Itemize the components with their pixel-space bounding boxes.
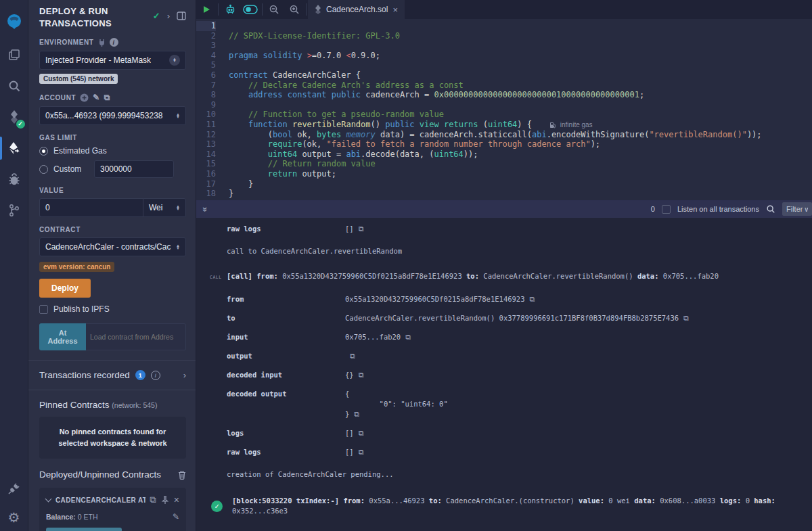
zoom-out-icon[interactable] [264, 0, 284, 19]
copy-icon[interactable]: ⧉ [530, 295, 535, 304]
terminal-rows[interactable]: raw logs[]⧉call to CadenceArchCaler.reve… [196, 218, 812, 531]
line-number: 14 [196, 149, 216, 160]
account-select[interactable]: 0x55a...46923 (999.9999453238 ▲▼ [39, 106, 186, 125]
sign-message-icon[interactable]: ✎ [93, 93, 100, 102]
checkbox-icon [39, 305, 48, 314]
ai-assistant-icon[interactable] [220, 0, 240, 19]
pinned-empty-message: No pinned contracts found for selected w… [39, 417, 186, 459]
pin-panel-icon[interactable] [177, 11, 186, 20]
line-number: 2 [196, 31, 216, 41]
edit-balance-icon[interactable]: ✎ [173, 512, 179, 522]
settings-icon[interactable]: ⚙ [0, 504, 28, 531]
toolbar-separator [262, 3, 263, 16]
deployed-contracts-title: Deployed/Unpinned Contracts [39, 469, 161, 480]
tab-cadencearch-sol[interactable]: CadenceArch.sol × [308, 0, 405, 19]
icon-rail: ✓ ⚙ [0, 0, 28, 531]
divider [28, 390, 196, 390]
line-number: 13 [196, 139, 216, 149]
contract-label: CONTRACT [39, 226, 186, 233]
value-unit-select[interactable]: Wei ▲▼ [143, 198, 186, 217]
copy-icon[interactable]: ⧉ [359, 448, 364, 457]
terminal-kv-row: input0x705...fab20⧉ [227, 332, 812, 342]
line-number: 1 [196, 21, 216, 31]
contract-select[interactable]: CadenceArchCaler - contracts/Cac ▲▼ [39, 237, 186, 256]
value-input[interactable]: 0 [39, 198, 143, 217]
plugin-manager-icon[interactable] [0, 473, 28, 504]
panel-title: DEPLOY & RUN TRANSACTIONS [39, 5, 141, 29]
fn-cadencearch-button[interactable]: cadenceArch [46, 528, 122, 531]
remix-app: ✓ ⚙ DEPLOY & RUN TRANSACTIONS ✓ › [0, 0, 812, 531]
deployed-contract-card: CADENCEARCHCALER AT 0) ⧉ × Balance: 0 ET… [39, 488, 186, 531]
custom-gas-input[interactable] [94, 160, 174, 178]
code-line: // Function to get a pseudo-random value [229, 110, 812, 120]
tx-expand-icon[interactable]: › [183, 370, 186, 380]
tx-success-icon: ✓ [211, 501, 223, 512]
line-number: 16 [196, 169, 216, 179]
code-line: return output; [229, 169, 812, 179]
infinite-gas-annotation: infinite gas [549, 121, 593, 129]
pin-contract-icon[interactable] [161, 496, 169, 505]
terminal-tx-log[interactable]: ✓[block:5033220 txIndex:-] from: 0x55a..… [211, 496, 812, 516]
tx-info-icon[interactable]: i [151, 371, 160, 380]
run-script-button[interactable] [196, 0, 217, 19]
copy-icon[interactable]: ⧉ [354, 410, 359, 419]
add-account-icon[interactable] [80, 93, 89, 102]
environment-select[interactable]: Injected Provider - MetaMask ▲▼ [39, 51, 186, 70]
copy-icon[interactable]: ⧉ [359, 371, 364, 379]
at-address-input[interactable] [86, 323, 186, 350]
solidity-file-icon [315, 5, 321, 14]
network-badge: Custom (545) network [39, 74, 118, 84]
copy-account-icon[interactable]: ⧉ [104, 93, 110, 102]
environment-info-icon[interactable]: i [110, 38, 118, 47]
code-line: pragma solidity >=0.7.0 <0.9.0; [229, 51, 812, 61]
line-number: 17 [196, 179, 216, 189]
deploy-button[interactable]: Deploy [39, 279, 91, 298]
pending-tx-count: 0 [651, 205, 655, 213]
radio-icon [39, 165, 48, 174]
line-number: 18 [196, 189, 216, 199]
terminal-call-log[interactable]: call[call] from: 0x55a1320D432759960C5Df… [210, 271, 812, 283]
solidity-compiler-icon[interactable]: ✓ [0, 101, 28, 133]
listen-label: Listen on all transactions [677, 205, 759, 213]
copy-icon[interactable]: ⧉ [683, 314, 689, 323]
transactions-recorded-row[interactable]: Transactions recorded 1 i › [39, 361, 186, 390]
copilot-toggle-icon[interactable] [240, 0, 261, 19]
file-explorer-icon[interactable] [0, 39, 28, 70]
code-line [229, 100, 812, 110]
debugger-icon[interactable] [0, 164, 28, 195]
remove-contract-icon[interactable]: × [174, 494, 179, 505]
terminal-header: » 0 Listen on all transactions [196, 200, 812, 218]
collapse-icon[interactable] [45, 496, 52, 503]
close-tab-icon[interactable]: × [392, 5, 398, 15]
play-icon [204, 6, 210, 13]
select-stepper-icon: ▲▼ [169, 55, 180, 66]
panel-forward-icon[interactable]: › [167, 11, 170, 21]
code-editor[interactable]: 123456789101112131415161718 // SPDX-Lice… [196, 19, 812, 200]
trash-icon[interactable] [178, 470, 186, 480]
search-icon[interactable] [0, 70, 28, 101]
git-icon[interactable] [0, 195, 28, 226]
terminal-filter-input[interactable] [782, 202, 812, 216]
editor-gutter: 123456789101112131415161718 [196, 21, 222, 200]
terminal-kv-row: raw logs[]⧉ [227, 447, 812, 457]
compile-success-badge: ✓ [16, 120, 25, 129]
copy-icon[interactable]: ⧉ [405, 333, 411, 342]
tx-count-badge: 1 [135, 370, 145, 380]
remix-logo[interactable] [0, 4, 28, 39]
copy-icon[interactable]: ⧉ [359, 429, 364, 438]
balance-text: Balance: 0 ETH [46, 513, 97, 521]
custom-gas-option[interactable]: Custom [39, 160, 186, 178]
zoom-in-icon[interactable] [284, 0, 304, 19]
expand-terminal-icon[interactable]: » [200, 206, 210, 211]
copy-icon[interactable]: ⧉ [359, 225, 364, 233]
listen-checkbox[interactable] [662, 205, 671, 214]
at-address-button[interactable]: At Address [39, 323, 86, 350]
contract-instance-title: CADENCEARCHCALER AT 0) [55, 497, 145, 504]
publish-ipfs-option[interactable]: Publish to IPFS [39, 304, 186, 314]
plug-icon[interactable] [98, 39, 106, 47]
deploy-run-icon[interactable] [0, 133, 28, 164]
estimated-gas-option[interactable]: Estimated Gas [39, 146, 186, 156]
copy-address-icon[interactable]: ⧉ [150, 494, 156, 505]
copy-icon[interactable]: ⧉ [350, 352, 355, 361]
terminal-search-icon[interactable] [766, 204, 775, 214]
